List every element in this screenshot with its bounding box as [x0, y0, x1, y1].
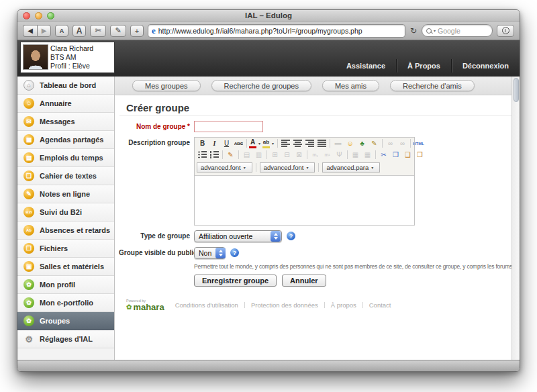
- forward-button[interactable]: ▶: [37, 25, 51, 37]
- calendar-icon: ▦: [23, 134, 34, 145]
- link-icon: ∞: [385, 138, 396, 148]
- group-visible-row: Groupe visible du public Non ?: [119, 247, 513, 259]
- cleanup-icon[interactable]: ✎: [369, 138, 380, 148]
- group-type-select[interactable]: Affiliation ouverte: [194, 230, 282, 242]
- chevron-down-icon: ▾: [244, 165, 248, 170]
- edit-block-icon[interactable]: ✎: [225, 150, 236, 160]
- italic-icon[interactable]: I: [209, 138, 220, 148]
- insert-row-after-icon: ⊟: [281, 150, 293, 160]
- report-bug-icon: [502, 27, 509, 34]
- highlight-color-caret-icon[interactable]: ▾: [271, 138, 275, 148]
- underline-icon[interactable]: U: [221, 138, 232, 148]
- html-source-icon[interactable]: HTML: [413, 138, 424, 148]
- report-bug-button[interactable]: [497, 25, 514, 37]
- status-bar: [17, 360, 520, 371]
- nav-about[interactable]: À Propos: [396, 59, 451, 72]
- description-row: Description groupe BIUABCA▾ab▾—☺♣✎∞∞HTML…: [119, 137, 513, 226]
- reload-icon[interactable]: ↻: [409, 26, 418, 36]
- align-right-icon[interactable]: [305, 140, 314, 147]
- footer-link-contact[interactable]: Contact: [369, 301, 391, 309]
- webclip-button[interactable]: ✄: [90, 25, 106, 37]
- sidebar-item-agendas[interactable]: ▦Agendas partagés: [17, 131, 114, 149]
- cancel-button[interactable]: Annuler: [282, 275, 326, 287]
- new-tab-button[interactable]: +: [130, 25, 144, 37]
- larger-text-button[interactable]: A: [72, 25, 86, 37]
- align-center-icon[interactable]: [293, 140, 302, 147]
- visibility-help-text: Permettre tout le monde, y compris des p…: [194, 263, 513, 270]
- window-titlebar[interactable]: IAL – Edulog: [17, 10, 520, 21]
- search-input[interactable]: ▾ Google: [422, 24, 493, 37]
- browser-toolbar: ◀ ▶ A A ✄ ✎ + e http://www.edulog.fr/ial…: [17, 21, 520, 40]
- toolbar-separator: [266, 150, 267, 159]
- description-label: Description groupe: [119, 137, 194, 146]
- page-scrollbar[interactable]: [511, 77, 520, 360]
- scrollbar-thumb[interactable]: [514, 78, 519, 102]
- paste-word-icon[interactable]: ❒: [414, 150, 426, 160]
- sidebar-item-annuaire[interactable]: ☺Annuaire: [17, 95, 114, 113]
- horizontal-rule-icon[interactable]: —: [332, 138, 344, 148]
- nav-assistance[interactable]: Assistance: [336, 59, 396, 72]
- insert-row-before-icon: ⊞: [269, 150, 281, 160]
- emoticon-icon[interactable]: ☺: [344, 138, 356, 148]
- sidebar-item-suivi-b2i[interactable]: B2iSuivi du B2i: [17, 203, 114, 222]
- notebook-icon: ❏: [23, 170, 34, 181]
- delete-row-icon: ⊠: [293, 150, 305, 160]
- sidebar-item-tableau-de-bord[interactable]: ⌂Tableau de bord: [17, 77, 114, 95]
- footer-link-about[interactable]: À propos: [331, 301, 356, 309]
- bold-icon[interactable]: B: [197, 138, 208, 148]
- strikethrough-icon[interactable]: ABC: [233, 138, 244, 148]
- grades-icon: ✎: [23, 189, 34, 199]
- cut-icon[interactable]: ✂: [378, 150, 389, 160]
- group-type-label: Type de groupe: [119, 230, 194, 240]
- b2i-icon: B2i: [23, 207, 34, 217]
- sidebar-item-absences[interactable]: AbAbsences et retards: [17, 222, 114, 240]
- highlight-color-icon[interactable]: ab: [262, 139, 270, 148]
- sidebar-item-salles[interactable]: ▣Salles et matériels: [17, 258, 114, 276]
- insert-image-icon[interactable]: ♣: [356, 138, 368, 148]
- address-bar[interactable]: e http://www.edulog.fr/ial6/mahara.php?t…: [148, 24, 405, 38]
- sidebar-item-messages[interactable]: ✉Messages: [17, 113, 114, 131]
- tab-mes-groupes[interactable]: Mes groupes: [132, 80, 201, 91]
- mahara-flower-icon: ✿: [126, 304, 132, 311]
- sidebar-item-notes-en-ligne[interactable]: ✎Notes en ligne: [17, 185, 114, 203]
- sidebar-item-fichiers[interactable]: ❐Fichiers: [17, 240, 114, 258]
- numbered-list-icon[interactable]: [210, 151, 219, 158]
- footer-link-terms[interactable]: Conditions d'utilisation: [175, 301, 238, 309]
- help-icon[interactable]: ?: [230, 248, 239, 257]
- help-icon[interactable]: ?: [287, 232, 295, 240]
- paste-icon[interactable]: ❑: [402, 150, 413, 160]
- tab-recherche-groupes[interactable]: Recherche de groupes: [211, 80, 311, 91]
- sidebar-item-cahier-de-textes[interactable]: ❏Cahier de textes: [17, 167, 114, 185]
- sidebar-item-eportfolio[interactable]: ✿Mon e-portfolio: [17, 294, 114, 312]
- sidebar-item-reglages[interactable]: ⚙Réglages d'IAL: [17, 330, 114, 348]
- tab-recherche-amis[interactable]: Recherche d'amis: [390, 80, 475, 91]
- back-button[interactable]: ◀: [23, 25, 37, 37]
- tab-mes-amis[interactable]: Mes amis: [322, 80, 379, 91]
- footer-links: Conditions d'utilisation Protection des …: [175, 301, 391, 309]
- sidebar-item-emplois-du-temps[interactable]: ▤Emplois du temps: [17, 149, 114, 167]
- description-textarea[interactable]: [195, 175, 414, 225]
- save-group-button[interactable]: Enregistrer groupe: [194, 275, 277, 287]
- font-family-dropdown[interactable]: advanced.font▾: [197, 162, 252, 173]
- nav-logout[interactable]: Déconnexion: [451, 59, 520, 72]
- font-size-dropdown[interactable]: advanced.font▾: [260, 162, 315, 173]
- sidebar-item-mon-profil[interactable]: ✿Mon profil: [17, 276, 114, 294]
- sidebar-item-groupes[interactable]: ✿Groupes: [17, 312, 114, 330]
- main-panel: Créer groupe Nom de groupe * Description…: [115, 95, 520, 360]
- smaller-text-button[interactable]: A: [55, 25, 68, 37]
- footer-link-privacy[interactable]: Protection des données: [251, 301, 318, 309]
- site-favicon: e: [152, 26, 156, 35]
- align-justify-icon[interactable]: [318, 140, 326, 147]
- group-name-input[interactable]: [194, 121, 263, 132]
- paragraph-style-dropdown[interactable]: advanced.para▾: [322, 162, 380, 173]
- group-visible-label: Groupe visible du public: [119, 247, 194, 256]
- align-left-icon[interactable]: [281, 140, 290, 147]
- page-footer: Powered by ✿mahara Conditions d'utilisat…: [126, 299, 513, 311]
- text-color-icon[interactable]: A: [249, 139, 256, 148]
- copy-icon[interactable]: ❐: [390, 150, 401, 160]
- compose-button[interactable]: ✎: [110, 25, 126, 37]
- top-nav: Assistance À Propos Déconnexion: [336, 40, 520, 77]
- group-visible-select[interactable]: Non: [194, 247, 226, 259]
- bullet-list-icon[interactable]: [198, 151, 207, 158]
- text-color-caret-icon[interactable]: ▾: [257, 138, 262, 148]
